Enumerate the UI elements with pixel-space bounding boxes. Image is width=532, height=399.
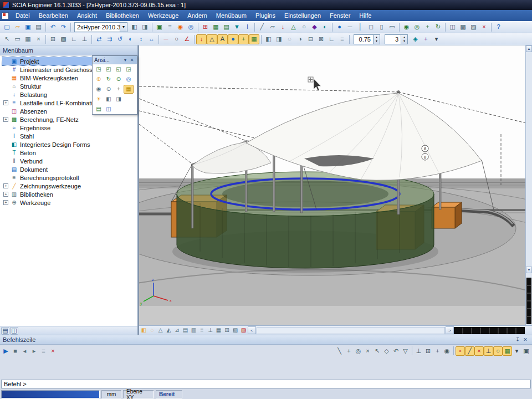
zoom-out-button[interactable]: ⊖ — [114, 75, 124, 84]
expand-icon[interactable]: + — [3, 192, 8, 197]
window-tile-button[interactable]: ▨ — [468, 22, 479, 32]
view-top-button[interactable]: ◳ — [94, 65, 104, 74]
ucs-button[interactable]: ⊥ — [79, 34, 90, 44]
scroll-track[interactable] — [526, 52, 532, 267]
tree-item-stahl[interactable]: ⅠStahl — [2, 132, 136, 140]
cross-section-button[interactable]: ◆ — [309, 22, 320, 32]
numbers-strip-button[interactable]: ⊞ — [223, 326, 231, 335]
sel-zoom-button[interactable]: ◎ — [354, 346, 363, 356]
opening-button[interactable]: ▭ — [387, 22, 397, 32]
scroll-right-icon[interactable]: > — [446, 326, 454, 334]
project-settings-button[interactable]: ▣ — [154, 22, 165, 32]
menu-fenster[interactable]: Fenster — [325, 11, 355, 20]
section-view-button[interactable]: ⊟ — [305, 34, 316, 44]
view-top-strip-button[interactable]: △ — [156, 326, 165, 335]
show-loads-button[interactable]: ↓ — [196, 34, 207, 44]
sel-add-button[interactable]: + — [344, 346, 354, 356]
ucs-toggle-button[interactable]: ◉ — [442, 346, 452, 356]
scroll-left-icon[interactable]: < — [248, 326, 256, 334]
grid-toggle-button[interactable]: ▩ — [58, 34, 69, 44]
snap-points-button[interactable]: ◈ — [410, 34, 421, 44]
snap-orthogonal-button[interactable]: ⊥ — [484, 346, 493, 356]
tab-tree-button[interactable]: ▤ — [1, 327, 9, 335]
sel-line-button[interactable]: ╲ — [335, 346, 344, 356]
more-options-button[interactable]: ▾ — [431, 34, 442, 44]
tree-item-berechnungsprotokoll[interactable]: ≡Berechnungsprotokoll — [2, 173, 136, 182]
loads-strip-button[interactable]: ≡ — [198, 326, 206, 335]
snap-endpoint-button[interactable]: ▫ — [456, 346, 465, 356]
colors-strip-button[interactable]: ▨ — [239, 326, 248, 335]
status-units[interactable]: mm — [101, 390, 121, 398]
steel-check-button[interactable]: Ⅰ — [242, 22, 253, 32]
zoom-all-button[interactable]: ◉ — [94, 85, 104, 94]
show-nodes-button[interactable]: ● — [228, 34, 238, 44]
clip-plane-button[interactable]: ⊠ — [316, 34, 326, 44]
snap-dropdown-button[interactable]: ▾ — [512, 346, 521, 356]
spinner-arrows-icon[interactable]: ▴▾ — [373, 35, 380, 44]
window-close-button[interactable]: × — [479, 22, 489, 32]
expand-icon[interactable]: + — [3, 117, 8, 122]
snap-intersection-button[interactable]: × — [474, 346, 484, 356]
tree-item-beton[interactable]: TBeton — [2, 149, 136, 157]
scroll-up-icon[interactable]: ▲ — [526, 45, 532, 52]
vertical-scrollbar[interactable]: ▲ ▼ — [525, 45, 532, 325]
view-scale-spinner[interactable]: 0.75 ▴▾ — [354, 34, 380, 44]
select-single-button[interactable]: ↖ — [2, 34, 12, 44]
interrupt-button[interactable]: ■ — [11, 346, 20, 356]
sel-filter-button[interactable]: ▽ — [401, 346, 410, 356]
wire-strip-button[interactable]: ▤ — [181, 326, 190, 335]
scale-entity-button[interactable]: ↕ — [136, 34, 146, 44]
surface-render-button[interactable]: ◧ — [263, 34, 274, 44]
rotate-3d-button[interactable]: ↻ — [104, 75, 114, 84]
load-case-button[interactable]: ↓ — [278, 22, 288, 32]
dim-line-button[interactable]: ⊥ — [414, 346, 423, 356]
select-window-button[interactable]: ▭ — [12, 34, 23, 44]
menu-ndern[interactable]: Ändern — [183, 11, 211, 20]
view-axo-button[interactable]: ◲ — [124, 65, 134, 74]
shadow-button[interactable]: ◑ — [295, 34, 305, 44]
status-plane[interactable]: Ebene XY — [123, 390, 154, 398]
render-settings-button[interactable]: ◧ — [104, 95, 114, 104]
transparency-button[interactable]: ◌ — [284, 34, 295, 44]
results-table-button[interactable]: ▤ — [221, 22, 232, 32]
zoom-in-button[interactable]: ⊕ — [94, 75, 104, 84]
axo-strip-button[interactable]: ◭ — [165, 326, 173, 335]
measure-button[interactable]: ∟ — [326, 34, 337, 44]
menu-datei[interactable]: Datei — [11, 11, 34, 20]
ortho-mode-button[interactable]: ∟ — [69, 34, 79, 44]
help-button[interactable]: ? — [493, 22, 504, 32]
light-toggle-button[interactable]: ☀ — [94, 95, 104, 104]
view-side-button[interactable]: ◱ — [114, 65, 124, 74]
project-item-combo[interactable]: 2xHyper-2010.373 ▾ — [74, 22, 127, 32]
angle-step-spinner[interactable]: 3 ▴▾ — [385, 34, 408, 44]
coords-input-button[interactable]: + — [433, 346, 442, 356]
redo-button[interactable]: ↷ — [58, 22, 69, 32]
rotate-view-button[interactable]: ↻ — [433, 22, 443, 32]
animation-slider-horizontal[interactable] — [454, 327, 525, 334]
labels-strip-button[interactable]: ▦ — [214, 326, 223, 335]
hinge-button[interactable]: ○ — [299, 22, 309, 32]
combo-dropdown-icon[interactable]: ▾ — [120, 23, 127, 32]
shade-strip-button[interactable]: ▥ — [190, 326, 198, 335]
snap-midpoint-button[interactable]: ╱ — [465, 346, 474, 356]
grid-snap-button[interactable]: ⊞ — [423, 346, 433, 356]
menu-hilfe[interactable]: Hilfe — [355, 11, 376, 20]
tree-item-zeichnungswerkzeuge[interactable]: +╱Zeichnungswerkzeuge — [2, 182, 136, 190]
perspective-strip-button[interactable]: ⊿ — [173, 326, 181, 335]
fe-mesh-button[interactable]: ▦ — [211, 22, 221, 32]
snap-grid-button[interactable]: ▦ — [503, 346, 512, 356]
copy-entity-button[interactable]: ⇉ — [104, 34, 115, 44]
layers-button[interactable]: ≡ — [165, 22, 175, 32]
render-toggle-button[interactable]: ◧ — [140, 326, 148, 335]
menu-einstellungen[interactable]: Einstellungen — [280, 11, 325, 20]
circle-tool-button[interactable]: ○ — [171, 34, 182, 44]
history-button[interactable]: ≡ — [39, 346, 48, 356]
pan-view-button[interactable]: + — [114, 85, 124, 94]
rotate-entity-button[interactable]: ↺ — [115, 34, 125, 44]
volume-render-button[interactable]: ◨ — [274, 34, 284, 44]
document-icon[interactable] — [2, 12, 9, 19]
tree-item-integriertes-design-forms[interactable]: ◧Integriertes Design Forms — [2, 140, 136, 149]
show-supports-button[interactable]: △ — [207, 34, 217, 44]
select-all-button[interactable]: ▦ — [23, 34, 33, 44]
print-button[interactable]: ▤ — [33, 22, 44, 32]
